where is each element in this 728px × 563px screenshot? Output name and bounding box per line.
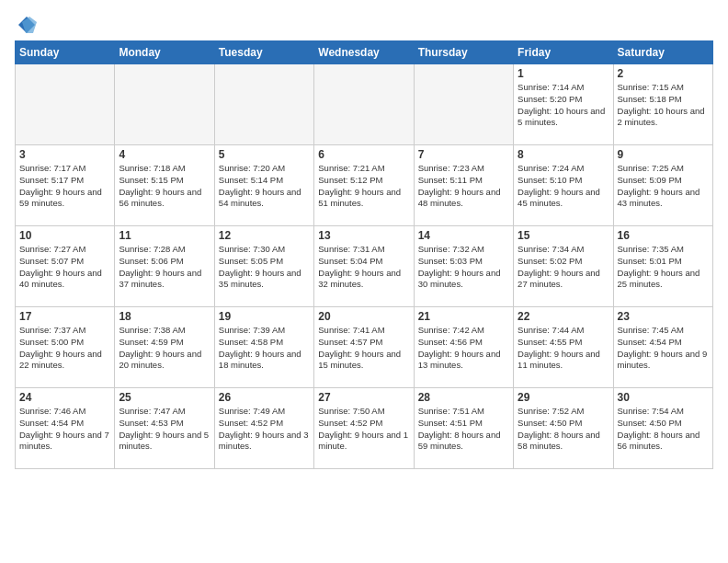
weekday-header-thursday: Thursday [414,41,513,64]
weekday-header-monday: Monday [115,41,214,64]
calendar-cell [314,64,414,145]
calendar-cell: 11Sunrise: 7:28 AM Sunset: 5:06 PM Dayli… [115,226,214,307]
day-number: 5 [219,148,310,161]
calendar-cell [414,64,513,145]
cell-info: Sunrise: 7:34 AM Sunset: 5:02 PM Dayligh… [518,244,609,291]
day-number: 21 [418,310,509,323]
day-number: 9 [618,148,709,161]
calendar-cell: 22Sunrise: 7:44 AM Sunset: 4:55 PM Dayli… [514,307,613,388]
day-number: 23 [618,310,709,323]
cell-info: Sunrise: 7:46 AM Sunset: 4:54 PM Dayligh… [19,406,110,453]
calendar-cell: 21Sunrise: 7:42 AM Sunset: 4:56 PM Dayli… [414,307,513,388]
calendar-week-3: 10Sunrise: 7:27 AM Sunset: 5:07 PM Dayli… [16,226,713,307]
calendar-cell: 3Sunrise: 7:17 AM Sunset: 5:17 PM Daylig… [16,145,115,226]
calendar-cell: 15Sunrise: 7:34 AM Sunset: 5:02 PM Dayli… [514,226,613,307]
cell-info: Sunrise: 7:54 AM Sunset: 4:50 PM Dayligh… [618,406,709,453]
day-number: 2 [618,67,709,80]
day-number: 24 [19,391,110,404]
cell-info: Sunrise: 7:31 AM Sunset: 5:04 PM Dayligh… [318,244,409,291]
cell-info: Sunrise: 7:44 AM Sunset: 4:55 PM Dayligh… [518,325,609,372]
cell-info: Sunrise: 7:15 AM Sunset: 5:18 PM Dayligh… [618,82,709,129]
cell-info: Sunrise: 7:27 AM Sunset: 5:07 PM Dayligh… [19,244,110,291]
cell-info: Sunrise: 7:47 AM Sunset: 4:53 PM Dayligh… [119,406,210,453]
calendar-week-4: 17Sunrise: 7:37 AM Sunset: 5:00 PM Dayli… [16,307,713,388]
cell-info: Sunrise: 7:50 AM Sunset: 4:52 PM Dayligh… [318,406,409,453]
weekday-header-saturday: Saturday [613,41,712,64]
calendar-cell: 6Sunrise: 7:21 AM Sunset: 5:12 PM Daylig… [314,145,414,226]
weekday-header-row: SundayMondayTuesdayWednesdayThursdayFrid… [16,41,713,64]
calendar-cell: 7Sunrise: 7:23 AM Sunset: 5:11 PM Daylig… [414,145,513,226]
day-number: 15 [518,229,609,242]
weekday-header-tuesday: Tuesday [214,41,313,64]
day-number: 11 [119,229,210,242]
day-number: 14 [418,229,509,242]
calendar-cell: 16Sunrise: 7:35 AM Sunset: 5:01 PM Dayli… [613,226,712,307]
calendar-cell: 8Sunrise: 7:24 AM Sunset: 5:10 PM Daylig… [514,145,613,226]
day-number: 28 [418,391,509,404]
cell-info: Sunrise: 7:30 AM Sunset: 5:05 PM Dayligh… [219,244,310,291]
logo-icon [17,15,37,35]
day-number: 7 [418,148,509,161]
cell-info: Sunrise: 7:17 AM Sunset: 5:17 PM Dayligh… [19,163,110,210]
cell-info: Sunrise: 7:41 AM Sunset: 4:57 PM Dayligh… [318,325,409,372]
cell-info: Sunrise: 7:37 AM Sunset: 5:00 PM Dayligh… [19,325,110,372]
day-number: 18 [119,310,210,323]
calendar-cell: 27Sunrise: 7:50 AM Sunset: 4:52 PM Dayli… [314,388,414,469]
cell-info: Sunrise: 7:32 AM Sunset: 5:03 PM Dayligh… [418,244,509,291]
cell-info: Sunrise: 7:52 AM Sunset: 4:50 PM Dayligh… [518,406,609,453]
weekday-header-friday: Friday [514,41,613,64]
cell-info: Sunrise: 7:51 AM Sunset: 4:51 PM Dayligh… [418,406,509,453]
calendar-cell: 2Sunrise: 7:15 AM Sunset: 5:18 PM Daylig… [613,64,712,145]
cell-info: Sunrise: 7:20 AM Sunset: 5:14 PM Dayligh… [219,163,310,210]
calendar-cell: 30Sunrise: 7:54 AM Sunset: 4:50 PM Dayli… [613,388,712,469]
day-number: 19 [219,310,310,323]
header [15,15,713,31]
calendar-cell: 4Sunrise: 7:18 AM Sunset: 5:15 PM Daylig… [115,145,214,226]
calendar-cell: 14Sunrise: 7:32 AM Sunset: 5:03 PM Dayli… [414,226,513,307]
day-number: 27 [318,391,409,404]
calendar-cell: 29Sunrise: 7:52 AM Sunset: 4:50 PM Dayli… [514,388,613,469]
cell-info: Sunrise: 7:25 AM Sunset: 5:09 PM Dayligh… [618,163,709,210]
cell-info: Sunrise: 7:42 AM Sunset: 4:56 PM Dayligh… [418,325,509,372]
day-number: 20 [318,310,409,323]
cell-info: Sunrise: 7:18 AM Sunset: 5:15 PM Dayligh… [119,163,210,210]
calendar-cell: 1Sunrise: 7:14 AM Sunset: 5:20 PM Daylig… [514,64,613,145]
calendar-week-1: 1Sunrise: 7:14 AM Sunset: 5:20 PM Daylig… [16,64,713,145]
calendar-cell: 20Sunrise: 7:41 AM Sunset: 4:57 PM Dayli… [314,307,414,388]
day-number: 13 [318,229,409,242]
cell-info: Sunrise: 7:21 AM Sunset: 5:12 PM Dayligh… [318,163,409,210]
calendar-cell: 12Sunrise: 7:30 AM Sunset: 5:05 PM Dayli… [214,226,313,307]
calendar-table: SundayMondayTuesdayWednesdayThursdayFrid… [15,40,713,469]
calendar-cell: 23Sunrise: 7:45 AM Sunset: 4:54 PM Dayli… [613,307,712,388]
day-number: 29 [518,391,609,404]
cell-info: Sunrise: 7:28 AM Sunset: 5:06 PM Dayligh… [119,244,210,291]
calendar-cell [115,64,214,145]
day-number: 12 [219,229,310,242]
cell-info: Sunrise: 7:24 AM Sunset: 5:10 PM Dayligh… [518,163,609,210]
calendar-cell: 18Sunrise: 7:38 AM Sunset: 4:59 PM Dayli… [115,307,214,388]
calendar-cell: 24Sunrise: 7:46 AM Sunset: 4:54 PM Dayli… [16,388,115,469]
calendar-cell: 25Sunrise: 7:47 AM Sunset: 4:53 PM Dayli… [115,388,214,469]
day-number: 30 [618,391,709,404]
cell-info: Sunrise: 7:49 AM Sunset: 4:52 PM Dayligh… [219,406,310,453]
logo [15,15,37,31]
calendar-cell: 17Sunrise: 7:37 AM Sunset: 5:00 PM Dayli… [16,307,115,388]
calendar-week-2: 3Sunrise: 7:17 AM Sunset: 5:17 PM Daylig… [16,145,713,226]
day-number: 10 [19,229,110,242]
calendar-cell: 26Sunrise: 7:49 AM Sunset: 4:52 PM Dayli… [214,388,313,469]
calendar-cell: 13Sunrise: 7:31 AM Sunset: 5:04 PM Dayli… [314,226,414,307]
calendar-cell [16,64,115,145]
page: SundayMondayTuesdayWednesdayThursdayFrid… [0,0,728,478]
day-number: 6 [318,148,409,161]
calendar-week-5: 24Sunrise: 7:46 AM Sunset: 4:54 PM Dayli… [16,388,713,469]
day-number: 17 [19,310,110,323]
day-number: 1 [518,67,609,80]
calendar-cell: 10Sunrise: 7:27 AM Sunset: 5:07 PM Dayli… [16,226,115,307]
weekday-header-wednesday: Wednesday [314,41,414,64]
cell-info: Sunrise: 7:38 AM Sunset: 4:59 PM Dayligh… [119,325,210,372]
cell-info: Sunrise: 7:14 AM Sunset: 5:20 PM Dayligh… [518,82,609,129]
day-number: 4 [119,148,210,161]
cell-info: Sunrise: 7:23 AM Sunset: 5:11 PM Dayligh… [418,163,509,210]
calendar-cell: 9Sunrise: 7:25 AM Sunset: 5:09 PM Daylig… [613,145,712,226]
calendar-cell [214,64,313,145]
